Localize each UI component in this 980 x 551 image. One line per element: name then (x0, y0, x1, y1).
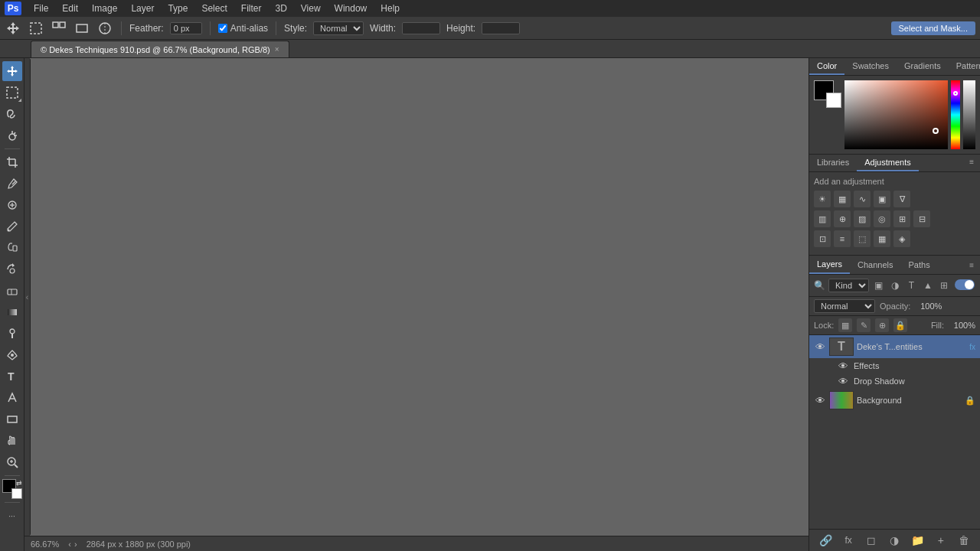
select-and-mask-button[interactable]: Select and Mask... (891, 21, 976, 35)
gradient-tool[interactable] (2, 302, 22, 322)
selection-tool[interactable] (2, 83, 22, 103)
history-brush-tool[interactable] (2, 259, 22, 279)
dodge-tool[interactable] (2, 324, 22, 344)
adj-panel-collapse[interactable]: ≡ (963, 155, 980, 171)
tab-gradients[interactable]: Gradients (897, 58, 949, 75)
fill-value[interactable]: 100% (949, 321, 975, 330)
tab-libraries[interactable]: Libraries (809, 155, 857, 171)
lock-position-icon[interactable]: ✎ (857, 318, 871, 332)
vibrance-adj-icon[interactable]: ∇ (893, 191, 910, 207)
crop-tool[interactable] (2, 152, 22, 172)
fg-bg-color[interactable]: ⇄ (2, 479, 22, 499)
collapse-left-panel[interactable]: ‹ (24, 58, 31, 536)
tab-color[interactable]: Color (809, 58, 844, 75)
menu-image[interactable]: Image (86, 2, 123, 15)
move-tool-icon[interactable] (5, 20, 21, 37)
tool-opt4[interactable] (74, 20, 90, 37)
tab-paths[interactable]: Paths (901, 256, 938, 273)
invert-adj-icon[interactable]: ⊡ (814, 230, 831, 247)
new-adj-layer-btn[interactable]: ◑ (887, 533, 902, 548)
tab-layers[interactable]: Layers (809, 256, 850, 274)
tab-close-button[interactable]: × (275, 45, 279, 54)
tab-channels[interactable]: Channels (850, 256, 900, 273)
rectangle-tool[interactable] (2, 409, 22, 429)
color-fg-bg-swatch[interactable] (814, 80, 841, 108)
link-layers-btn[interactable]: 🔗 (818, 533, 833, 548)
drop-shadow-visibility-icon[interactable]: 👁 (837, 375, 849, 387)
delete-layer-btn[interactable]: 🗑 (956, 533, 972, 548)
layer-visibility-text[interactable]: 👁 (814, 341, 826, 353)
bw-adj-icon[interactable]: ▨ (854, 210, 871, 227)
tab-patterns[interactable]: Patterns (949, 58, 980, 75)
menu-file[interactable]: File (28, 2, 54, 15)
menu-help[interactable]: Help (374, 2, 406, 15)
feather-input[interactable] (170, 22, 202, 34)
menu-3d[interactable]: 3D (269, 2, 292, 15)
filter-toggle[interactable] (954, 279, 975, 293)
tool-opt5[interactable] (96, 20, 113, 37)
white-black-bar[interactable] (963, 80, 975, 149)
clone-stamp-tool[interactable] (2, 238, 22, 258)
lock-artboard-icon[interactable]: ⊕ (875, 318, 889, 332)
width-input[interactable] (402, 22, 440, 34)
layer-visibility-background[interactable]: 👁 (814, 394, 826, 406)
curves-adj-icon[interactable]: ∿ (854, 191, 871, 207)
move-tool[interactable] (2, 61, 22, 81)
nav-prev-icon[interactable]: ‹ (68, 540, 71, 549)
colorlookup-adj-icon[interactable]: ⊟ (913, 210, 930, 227)
layer-item-text[interactable]: 👁 T Deke's T...entities fx (809, 335, 980, 358)
hand-tool[interactable] (2, 431, 22, 451)
zoom-tool[interactable] (2, 452, 22, 472)
brightness-adj-icon[interactable]: ☀ (814, 191, 831, 207)
lock-all-icon[interactable]: 🔒 (893, 318, 907, 332)
selective-color-adj-icon[interactable]: ◈ (893, 230, 910, 247)
exposure-adj-icon[interactable]: ▣ (874, 191, 890, 207)
layer-kind-select[interactable]: Kind (828, 279, 869, 292)
lasso-tool[interactable] (2, 104, 22, 124)
healing-brush-tool[interactable] (2, 195, 22, 215)
huesat-adj-icon[interactable]: ▥ (814, 210, 831, 227)
text-tool[interactable]: T (2, 367, 22, 386)
drop-shadow-item[interactable]: 👁 Drop Shadow (809, 373, 980, 389)
colorbalance-adj-icon[interactable]: ⊕ (834, 210, 851, 227)
smart-filter-icon[interactable]: ⊞ (938, 278, 951, 293)
swap-colors-icon[interactable]: ⇄ (16, 479, 22, 487)
adj-filter-icon[interactable]: ◑ (888, 278, 901, 293)
menu-layer[interactable]: Layer (125, 2, 160, 15)
pen-tool[interactable] (2, 345, 22, 365)
antialias-checkbox[interactable]: Anti-alias (218, 23, 268, 34)
layers-panel-collapse[interactable]: ≡ (963, 258, 980, 272)
tool-opt3[interactable] (51, 20, 67, 37)
new-layer-btn[interactable]: + (933, 533, 949, 548)
blend-mode-select[interactable]: Normal (814, 299, 875, 313)
threshold-adj-icon[interactable]: ⬚ (854, 230, 871, 247)
tab-adjustments[interactable]: Adjustments (857, 155, 919, 171)
brush-tool[interactable] (2, 217, 22, 236)
magic-wand-tool[interactable] (2, 126, 22, 145)
tab-swatches[interactable]: Swatches (844, 58, 897, 75)
path-selection-tool[interactable] (2, 388, 22, 408)
type-filter-icon[interactable]: T (905, 278, 918, 293)
pixel-filter-icon[interactable]: ▣ (872, 278, 885, 293)
marquee-tool-icon[interactable] (28, 20, 44, 37)
shape-filter-icon[interactable]: ▲ (921, 278, 934, 293)
color-picker-box[interactable] (844, 80, 948, 149)
photofilter-adj-icon[interactable]: ◎ (874, 210, 890, 227)
menu-window[interactable]: Window (328, 2, 374, 15)
add-mask-btn[interactable]: ◻ (864, 533, 879, 548)
opacity-value[interactable]: 100% (915, 302, 942, 311)
layer-item-background[interactable]: 👁 Background 🔒 (809, 389, 980, 412)
gradient-map-adj-icon[interactable]: ▦ (874, 230, 890, 247)
posterize-adj-icon[interactable]: ≡ (834, 230, 851, 247)
effects-visibility-icon[interactable]: 👁 (837, 360, 849, 372)
channelmix-adj-icon[interactable]: ⊞ (893, 210, 910, 227)
nav-next-icon[interactable]: › (74, 540, 77, 549)
height-input[interactable] (482, 22, 520, 34)
eyedropper-tool[interactable] (2, 174, 22, 194)
menu-edit[interactable]: Edit (56, 2, 84, 15)
new-group-btn[interactable]: 📁 (910, 533, 926, 548)
lock-pixels-icon[interactable]: ▦ (838, 318, 852, 332)
menu-view[interactable]: View (295, 2, 327, 15)
color-spectrum-bar[interactable] (951, 80, 960, 149)
add-style-btn[interactable]: fx (841, 533, 856, 548)
